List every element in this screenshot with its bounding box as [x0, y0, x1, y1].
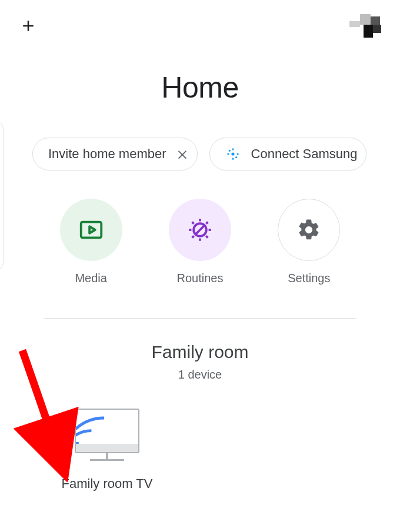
svg-line-16 [192, 236, 194, 237]
svg-point-5 [228, 150, 230, 152]
device-tile-family-room-tv[interactable]: Family room TV [54, 409, 160, 491]
smartthings-icon [225, 146, 241, 162]
add-button[interactable] [18, 15, 39, 36]
page-title: Home [0, 71, 400, 105]
device-label: Family room TV [62, 476, 153, 491]
plus-icon [19, 17, 37, 35]
svg-point-0 [231, 152, 234, 155]
gear-icon [296, 218, 321, 242]
svg-point-6 [235, 156, 237, 158]
suggestion-chip-row: Invite home member Connect Samsung [32, 138, 400, 170]
section-divider [44, 318, 356, 319]
media-play-icon [78, 216, 105, 243]
edge-scroll-hint [0, 121, 4, 270]
svg-line-15 [206, 236, 208, 237]
room-subtitle: 1 device [0, 368, 400, 382]
svg-line-17 [206, 222, 208, 224]
top-bar [0, 0, 400, 41]
account-avatar[interactable] [349, 14, 382, 38]
room-title: Family room [0, 342, 400, 362]
action-label: Routines [177, 272, 224, 285]
svg-point-3 [227, 153, 229, 155]
chip-label: Connect Samsung [251, 146, 358, 162]
close-icon[interactable] [176, 148, 189, 160]
media-circle [60, 199, 122, 261]
svg-point-4 [236, 153, 238, 155]
svg-line-9 [195, 225, 204, 234]
svg-point-1 [232, 148, 234, 150]
chip-invite-member[interactable]: Invite home member [32, 138, 198, 170]
chip-label: Invite home member [48, 146, 166, 162]
settings-circle [278, 199, 340, 261]
action-media[interactable]: Media [56, 199, 126, 285]
action-settings[interactable]: Settings [274, 199, 344, 285]
svg-line-14 [192, 222, 194, 224]
quick-actions-row: Media Routines [36, 199, 364, 285]
action-routines[interactable]: Routines [165, 199, 235, 285]
chromecast-tv-icon [75, 409, 139, 461]
chip-connect-samsung[interactable]: Connect Samsung [209, 138, 366, 170]
action-label: Media [75, 272, 106, 285]
svg-rect-7 [81, 222, 101, 238]
svg-point-2 [232, 158, 234, 160]
routines-circle [169, 199, 231, 261]
action-label: Settings [288, 272, 330, 285]
routines-icon [185, 215, 215, 245]
